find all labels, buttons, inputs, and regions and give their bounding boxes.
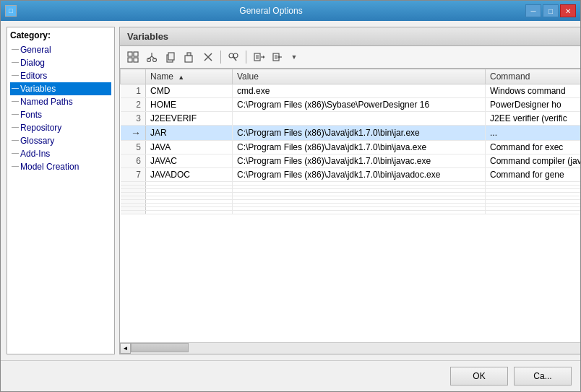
main-window: □ General Options ─ □ ✕ Category: Genera… — [0, 0, 581, 392]
sidebar-item-repository[interactable]: Repository — [10, 121, 111, 134]
table-scroll[interactable]: Name ▲ Value Command — [120, 69, 580, 342]
paste-icon — [184, 51, 195, 63]
separator-2 — [246, 51, 246, 64]
sidebar-item-model-creation[interactable]: Model Creation — [10, 160, 111, 173]
col-header-num — [121, 69, 146, 84]
svg-rect-10 — [168, 53, 174, 60]
row-num: 7 — [121, 168, 146, 182]
sidebar-item-add-ins[interactable]: Add-Ins — [10, 147, 111, 160]
col-header-command[interactable]: Command — [486, 69, 581, 84]
row-name: JAR — [146, 126, 233, 141]
footer: OK Ca... — [1, 360, 580, 391]
cut-button[interactable] — [143, 49, 160, 65]
row-name: CMD — [146, 84, 233, 98]
dropdown-button[interactable]: ▼ — [288, 49, 301, 65]
col-header-value[interactable]: Value — [233, 69, 486, 84]
grid-button[interactable] — [124, 49, 142, 65]
row-value: C:\Program Files (x86)\Sybase\PowerDesig… — [233, 98, 486, 112]
sidebar-item-fonts[interactable]: Fonts — [10, 108, 111, 121]
import-icon — [253, 51, 264, 63]
row-value: C:\Program Files (x86)\Java\jdk1.7.0\bin… — [233, 154, 486, 168]
sidebar-item-variables[interactable]: Variables — [10, 82, 111, 95]
svg-rect-1 — [134, 52, 138, 56]
col-header-name[interactable]: Name ▲ — [146, 69, 233, 84]
table-row[interactable]: 1 CMD cmd.exe Windows command — [121, 84, 581, 98]
paste-button[interactable] — [181, 49, 198, 65]
table-row[interactable]: 7 JAVADOC C:\Program Files (x86)\Java\jd… — [121, 168, 581, 182]
table-row[interactable]: 6 JAVAC C:\Program Files (x86)\Java\jdk1… — [121, 154, 581, 168]
cancel-button[interactable]: Ca... — [514, 367, 572, 386]
row-value: C:\Program Files (x86)\Java\jdk1.7.0\bin… — [233, 168, 486, 182]
row-arrow-icon: → — [131, 127, 141, 139]
sidebar-item-named-paths[interactable]: Named Paths — [10, 95, 111, 108]
window-icon: □ — [5, 5, 17, 17]
row-num: 6 — [121, 154, 146, 168]
binoculars-icon — [228, 51, 239, 63]
sidebar: Category: General Dialog Editors Variabl… — [7, 27, 115, 354]
svg-rect-11 — [185, 56, 192, 62]
row-value: cmd.exe — [233, 84, 486, 98]
row-num: → — [121, 126, 146, 141]
row-name: J2EEVERIF — [146, 112, 233, 126]
sidebar-item-dialog[interactable]: Dialog — [10, 56, 111, 69]
content-area: Category: General Dialog Editors Variabl… — [1, 21, 580, 360]
separator-1 — [220, 51, 221, 64]
scroll-left-button[interactable]: ◄ — [120, 343, 131, 354]
table-row-selected[interactable]: → JAR C:\Program Files (x86)\Java\jdk1.7… — [121, 126, 581, 141]
row-num: 5 — [121, 141, 146, 154]
row-num: 2 — [121, 98, 146, 112]
sidebar-item-general[interactable]: General — [10, 43, 111, 56]
table-row-empty — [121, 211, 581, 214]
title-bar: □ General Options ─ □ ✕ — [1, 1, 580, 21]
row-name: HOME — [146, 98, 233, 112]
variables-table: Name ▲ Value Command — [120, 69, 580, 214]
sort-arrow-icon: ▲ — [178, 74, 184, 81]
row-command: J2EE verifier (verific — [486, 112, 581, 126]
import-button[interactable] — [250, 49, 267, 65]
row-command: PowerDesigner ho — [486, 98, 581, 112]
row-command: Windows command — [486, 84, 581, 98]
delete-button[interactable] — [199, 49, 217, 65]
grid-icon — [127, 51, 139, 63]
main-panel: Variables — [119, 27, 580, 354]
toolbar: ▼ — [119, 45, 580, 68]
scissors-icon — [146, 51, 158, 63]
title-controls: ─ □ ✕ — [525, 4, 576, 17]
horizontal-scrollbar[interactable]: ◄ ► — [120, 342, 580, 354]
export-icon — [272, 51, 283, 63]
copy-icon — [165, 51, 176, 63]
row-name: JAVAC — [146, 154, 233, 168]
svg-marker-21 — [263, 56, 264, 58]
row-command: Command compiler (java — [486, 154, 581, 168]
hscroll-track[interactable] — [131, 343, 580, 354]
row-value — [233, 112, 486, 126]
close-button[interactable]: ✕ — [560, 4, 576, 17]
maximize-button[interactable]: □ — [543, 4, 559, 17]
row-command: Command for gene — [486, 168, 581, 182]
table-container: Name ▲ Value Command — [119, 68, 580, 354]
row-name: JAVA — [146, 141, 233, 154]
row-name: JAVADOC — [146, 168, 233, 182]
sidebar-title: Category: — [10, 30, 111, 40]
table-row[interactable]: 3 J2EEVERIF J2EE verifier (verific — [121, 112, 581, 126]
row-value: C:\Program Files (x86)\Java\jdk1.7.0\bin… — [233, 126, 486, 141]
sidebar-item-glossary[interactable]: Glossary — [10, 134, 111, 147]
panel-header: Variables — [119, 27, 580, 45]
copy-button[interactable] — [162, 49, 179, 65]
svg-rect-0 — [128, 52, 132, 56]
row-command: Command for exec — [486, 141, 581, 154]
export-button[interactable] — [269, 49, 286, 65]
row-command: ... — [486, 126, 581, 141]
delete-icon — [202, 51, 214, 63]
table-row[interactable]: 5 JAVA C:\Program Files (x86)\Java\jdk1.… — [121, 141, 581, 154]
table-row[interactable]: 2 HOME C:\Program Files (x86)\Sybase\Pow… — [121, 98, 581, 112]
ok-button[interactable]: OK — [450, 367, 508, 386]
minimize-button[interactable]: ─ — [525, 4, 541, 17]
row-num: 3 — [121, 112, 146, 126]
search-button[interactable] — [225, 49, 242, 65]
svg-rect-12 — [187, 53, 191, 56]
dropdown-arrow-icon: ▼ — [291, 53, 298, 61]
hscroll-thumb[interactable] — [131, 343, 189, 352]
sidebar-item-editors[interactable]: Editors — [10, 69, 111, 82]
svg-rect-3 — [134, 58, 138, 62]
